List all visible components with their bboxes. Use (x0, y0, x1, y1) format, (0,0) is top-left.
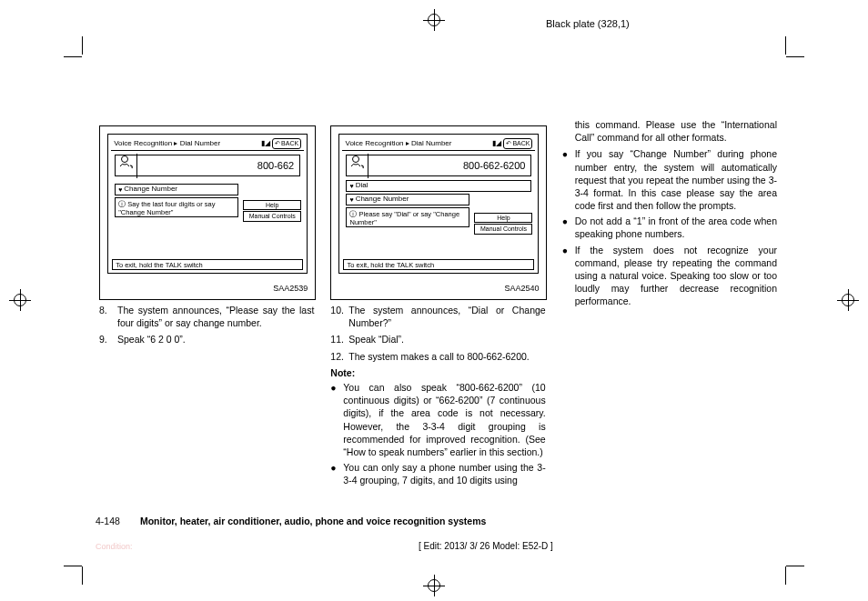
steps-list: 8.The system announces, “Please say the … (96, 304, 319, 346)
breadcrumb: Voice Recognition ▸ Dial Number ▮◢↶BACK (342, 137, 535, 151)
help-button[interactable]: Help (243, 200, 301, 210)
page-number: 4-148 (96, 516, 137, 526)
back-button[interactable]: ↶BACK (272, 138, 301, 148)
screenshot-1: Voice Recognition ▸ Dial Number ▮◢↶BACK … (99, 125, 316, 300)
info-icon: ⓘ (349, 210, 357, 218)
signal-icon: ▮◢ (492, 139, 501, 147)
svg-point-0 (121, 155, 127, 162)
heart-icon: ♥ (349, 182, 353, 190)
footer-hint: To exit, hold the TALK switch (112, 259, 303, 270)
column-2: Voice Recognition ▸ Dial Number ▮◢↶BACK … (327, 118, 550, 489)
edit-info: [ Edit: 2013/ 3/ 26 Model: E52-D ] (419, 541, 553, 551)
footer-hint: To exit, hold the TALK switch (343, 259, 534, 270)
bullet-list: ●If you say “Change Number” during phone… (559, 147, 782, 307)
dial-button[interactable]: ♥Dial (346, 180, 531, 192)
number-display: 800-662-6200 (346, 155, 531, 176)
document-page: { "meta": { "black_plate": "Black plate … (0, 0, 868, 601)
breadcrumb: Voice Recognition ▸ Dial Number ▮◢↶BACK (111, 137, 304, 151)
step-text: Speak “Dial”. (348, 333, 545, 346)
crop-mark (82, 566, 83, 585)
figure-label: SAA2539 (100, 281, 315, 299)
signal-icon: ▮◢ (261, 139, 270, 147)
hint-box: ⓘ Say the last four digits or say "Chang… (115, 197, 238, 217)
content-columns: Voice Recognition ▸ Dial Number ▮◢↶BACK … (96, 118, 782, 489)
crop-mark (786, 566, 804, 566)
crop-mark (786, 56, 804, 57)
back-arrow-icon: ↶ (275, 139, 280, 147)
bullet-text: You can also speak “800-662-6200” (10 co… (343, 381, 545, 458)
registration-mark-icon (423, 575, 445, 596)
bullet-text: Do not add a “1” in front of the area co… (575, 215, 777, 240)
registration-mark-icon (9, 289, 31, 311)
back-arrow-icon: ↶ (506, 139, 511, 147)
manual-controls-button[interactable]: Manual Controls (474, 224, 532, 234)
crop-mark (64, 56, 82, 57)
column-1: Voice Recognition ▸ Dial Number ▮◢↶BACK … (96, 118, 319, 489)
crop-mark (785, 36, 786, 55)
change-number-button[interactable]: ♥Change Number (346, 194, 469, 205)
bullet-text: You can only say a phone number using th… (343, 461, 545, 486)
registration-mark-icon (423, 9, 445, 31)
condition-label: Condition: (96, 542, 133, 551)
figure-label: SAA2540 (331, 281, 546, 299)
dialed-number: 800-662-6200 (368, 159, 530, 173)
crop-mark (64, 566, 82, 566)
steps-list: 10.The system announces, “Dial or Change… (327, 304, 550, 363)
step-text: The system makes a call to 800-662-6200. (348, 350, 545, 363)
manual-controls-button[interactable]: Manual Controls (243, 211, 301, 221)
black-plate-label: Black plate (328,1) (546, 18, 630, 29)
cont-text: this command. Please use the “Internatio… (559, 118, 782, 147)
info-icon: ⓘ (118, 200, 126, 208)
bullet-text: If the system does not recognize your co… (575, 244, 777, 308)
registration-mark-icon (837, 289, 859, 311)
hint-box: ⓘ Please say "Dial" or say "Change Numbe… (346, 207, 469, 227)
note-heading: Note: (330, 366, 550, 379)
crop-mark (82, 36, 83, 55)
help-button[interactable]: Help (474, 213, 532, 223)
dialed-number: 800-662 (137, 159, 299, 173)
step-text: Speak “6 2 0 0”. (117, 333, 314, 346)
heart-icon: ♥ (118, 185, 122, 194)
speech-icon (347, 154, 368, 178)
back-button[interactable]: ↶BACK (503, 138, 532, 148)
page-footer: 4-148 Monitor, heater, air conditioner, … (96, 516, 782, 526)
section-title: Monitor, heater, air conditioner, audio,… (140, 516, 486, 526)
change-number-button[interactable]: ♥Change Number (115, 184, 238, 195)
crop-mark (785, 566, 786, 585)
svg-point-1 (352, 155, 358, 162)
number-display: 800-662 (115, 155, 300, 176)
heart-icon: ♥ (349, 195, 353, 204)
step-text: The system announces, “Please say the la… (117, 304, 314, 329)
bullet-text: If you say “Change Number” during phone … (575, 147, 777, 212)
step-text: The system announces, “Dial or Change Nu… (348, 304, 545, 329)
bullet-list: ●You can also speak “800-662-6200” (10 c… (327, 381, 550, 486)
speech-icon (116, 154, 137, 178)
column-3: this command. Please use the “Internatio… (559, 118, 782, 489)
screenshot-2: Voice Recognition ▸ Dial Number ▮◢↶BACK … (330, 125, 547, 300)
